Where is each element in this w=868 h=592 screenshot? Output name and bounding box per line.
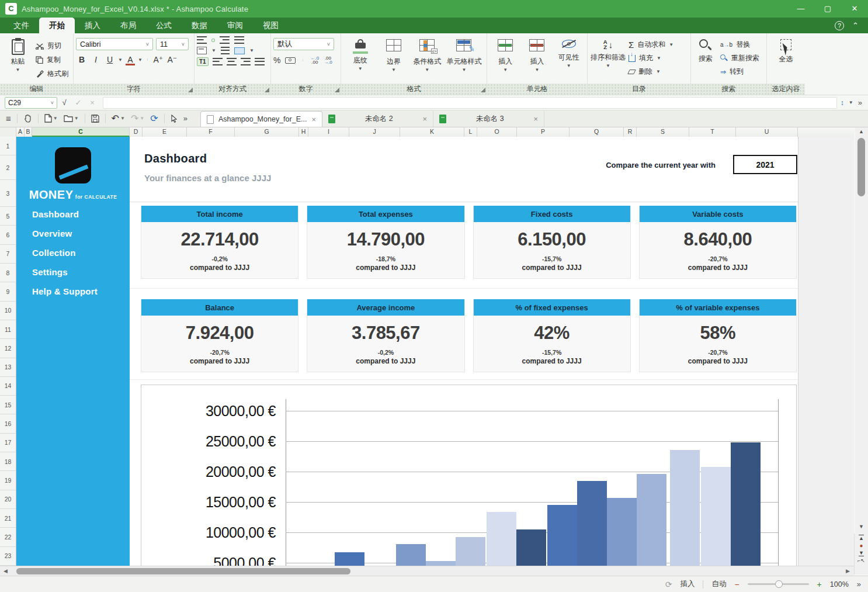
row-header-19[interactable]: 19: [0, 471, 16, 490]
column-header-A[interactable]: A: [16, 127, 25, 137]
row-header-13[interactable]: 13: [0, 358, 16, 377]
row-header-23[interactable]: 23: [0, 547, 16, 566]
sheet-canvas[interactable]: Dashboard Your finances at a glance JJJJ…: [0, 137, 854, 566]
close-tab-icon[interactable]: ×: [422, 115, 427, 123]
column-header-U[interactable]: U: [736, 127, 798, 137]
sidebar-item-help-support[interactable]: Help & Support: [16, 282, 130, 301]
row-header-18[interactable]: 18: [0, 452, 16, 471]
chevron-down-icon[interactable]: ▼: [849, 101, 853, 104]
column-header-T[interactable]: T: [689, 127, 736, 137]
shrink-font-button[interactable]: A⁻: [166, 55, 178, 64]
close-button[interactable]: ✕: [841, 0, 868, 18]
zoom-level[interactable]: 100%: [830, 580, 849, 588]
scroll-to-top-icon[interactable]: ▲: [859, 535, 864, 541]
column-header-F[interactable]: F: [187, 127, 235, 137]
sidebar-item-settings[interactable]: Settings: [16, 262, 130, 282]
paste-button[interactable]: 粘贴 ▼: [2, 36, 33, 71]
row-header-12[interactable]: 12: [0, 339, 16, 358]
text-orientation-button[interactable]: T1: [197, 57, 209, 66]
scroll-left-icon[interactable]: ◀: [4, 568, 8, 574]
visibility-button[interactable]: 可见性 ▼: [553, 36, 585, 67]
chevron-down-icon[interactable]: ▼: [138, 58, 143, 61]
column-header-P[interactable]: P: [517, 127, 570, 137]
minimize-button[interactable]: —: [787, 0, 814, 18]
scroll-to-bottom-icon[interactable]: ▼: [859, 550, 864, 556]
dialog-launcher-icon[interactable]: [335, 88, 339, 92]
row-header-21[interactable]: 21: [0, 509, 16, 528]
font-size-select[interactable]: 11˅: [156, 38, 189, 50]
document-tab[interactable]: 未命名 2×: [322, 111, 433, 127]
row-header-20[interactable]: 20: [0, 490, 16, 509]
conditional-format-button[interactable]: ≤> 条件格式 ▼: [411, 36, 443, 71]
column-header-O[interactable]: O: [477, 127, 517, 137]
column-header-H[interactable]: H: [299, 127, 308, 137]
scroll-up-icon[interactable]: ▲: [859, 129, 864, 134]
menu-tab-开始[interactable]: 开始: [39, 18, 75, 33]
row-header-9[interactable]: 9: [0, 282, 16, 301]
chevron-down-icon[interactable]: ▼: [249, 49, 254, 52]
search-button[interactable]: 搜索: [693, 36, 718, 64]
sidebar-item-overview[interactable]: Overview: [16, 224, 130, 243]
more-options-icon[interactable]: »: [858, 98, 862, 107]
row-header-5[interactable]: 5: [0, 207, 16, 226]
collapse-ribbon-icon[interactable]: ⌃: [852, 21, 859, 30]
chevron-down-icon[interactable]: ▼: [118, 58, 123, 61]
jump-to-corner-icon[interactable]: ⌐↖: [857, 558, 865, 563]
row-header-3[interactable]: 3: [0, 180, 16, 207]
row-header-2[interactable]: 2: [0, 155, 16, 180]
column-header-R[interactable]: R: [624, 127, 637, 137]
cell-name-box[interactable]: C29˅: [5, 97, 57, 109]
row-header-16[interactable]: 16: [0, 414, 16, 433]
menu-icon[interactable]: ≡: [6, 113, 11, 123]
replace-button[interactable]: a→b替换: [720, 40, 759, 50]
align-left-icon[interactable]: [213, 58, 223, 65]
clear-button[interactable]: 删除▼: [629, 67, 673, 77]
column-header-E[interactable]: E: [143, 127, 187, 137]
goto-button[interactable]: ⇒转到: [720, 67, 759, 77]
column-header-S[interactable]: S: [637, 127, 689, 137]
number-format-select[interactable]: 默认˅: [273, 38, 334, 50]
undo-button[interactable]: ↶▼: [112, 113, 125, 124]
menu-tab-数据[interactable]: 数据: [182, 18, 217, 33]
column-header-D[interactable]: D: [130, 127, 143, 137]
row-header-17[interactable]: 17: [0, 434, 16, 452]
autosum-button[interactable]: Σ自动求和▼: [629, 40, 673, 50]
bold-button[interactable]: B: [76, 55, 88, 64]
recalculate-icon[interactable]: ⟳: [665, 580, 672, 589]
row-header-22[interactable]: 22: [0, 528, 16, 546]
column-header-C[interactable]: C: [32, 127, 130, 137]
row-header-15[interactable]: 15: [0, 396, 16, 414]
justify-vertical-icon[interactable]: [234, 36, 244, 44]
menu-tab-插入[interactable]: 插入: [75, 18, 110, 33]
document-tab[interactable]: Ashampoo_Money_for_E...×: [200, 111, 322, 127]
merge-cells-icon[interactable]: [234, 47, 245, 54]
hand-pan-icon[interactable]: [23, 114, 32, 123]
zoom-in-button[interactable]: +: [817, 580, 822, 589]
copy-button[interactable]: 复制: [36, 55, 68, 65]
column-header-B[interactable]: B: [25, 127, 32, 137]
column-header-Q[interactable]: Q: [570, 127, 624, 137]
row-header-6[interactable]: 6: [0, 226, 16, 244]
refresh-icon[interactable]: ⟳: [150, 113, 158, 124]
maximize-button[interactable]: ▢: [814, 0, 841, 18]
menu-tab-公式[interactable]: 公式: [146, 18, 182, 33]
shading-button[interactable]: 底纹 ▼: [344, 36, 377, 70]
column-header-K[interactable]: K: [400, 127, 464, 137]
align-right-icon[interactable]: [241, 58, 251, 65]
insert-function-button[interactable]: √: [57, 98, 71, 107]
font-color-button[interactable]: A: [125, 55, 136, 64]
grow-font-button[interactable]: A⁺: [152, 55, 164, 64]
zoom-out-button[interactable]: −: [734, 580, 739, 589]
menu-tab-文件[interactable]: 文件: [4, 18, 39, 33]
confirm-entry-button[interactable]: ✓: [71, 98, 85, 107]
more-tools-icon[interactable]: »: [183, 114, 188, 123]
row-header-7[interactable]: 7: [0, 245, 16, 264]
close-tab-icon[interactable]: ×: [533, 115, 538, 123]
menu-tab-审阅[interactable]: 审阅: [217, 18, 253, 33]
redo-button[interactable]: ↷▼: [131, 113, 144, 124]
save-icon[interactable]: [91, 115, 99, 123]
delete-cells-button[interactable]: 插入 ▼: [521, 36, 553, 71]
horizontal-scrollbar[interactable]: ◀ ▶: [0, 566, 854, 576]
row-header-8[interactable]: 8: [0, 264, 16, 282]
zoom-slider[interactable]: [748, 583, 809, 585]
